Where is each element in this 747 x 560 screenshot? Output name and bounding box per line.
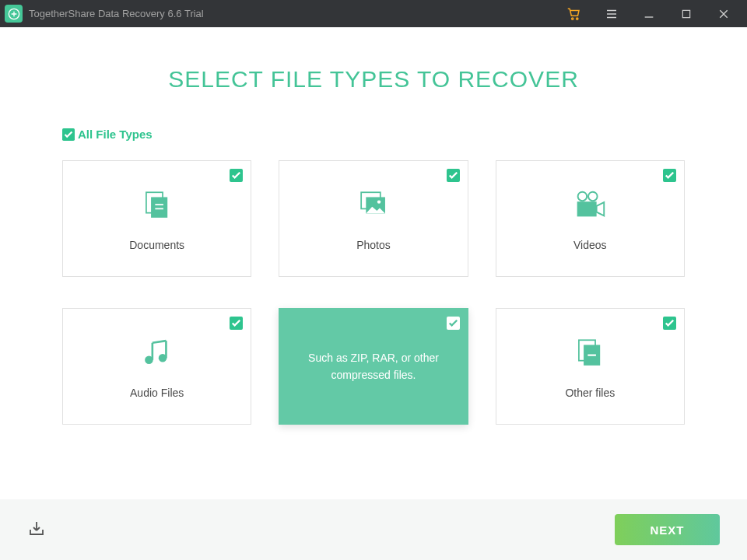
checkbox-checked-icon: [663, 169, 676, 182]
footer: NEXT: [0, 499, 747, 560]
all-file-types-checkbox[interactable]: All File Types: [62, 128, 685, 141]
checkbox-checked-icon: [230, 317, 243, 330]
svg-point-18: [158, 354, 167, 362]
all-file-types-label: All File Types: [78, 128, 153, 141]
other-icon: [570, 334, 609, 373]
card-photos[interactable]: Photos: [279, 160, 468, 277]
documents-icon: [138, 186, 177, 225]
checkbox-checked-icon: [230, 169, 243, 182]
svg-rect-15: [577, 201, 597, 216]
card-label: Videos: [573, 239, 607, 251]
checkbox-checked-icon: [663, 317, 676, 330]
audio-icon: [138, 334, 177, 373]
videos-icon: [570, 186, 609, 225]
svg-point-13: [578, 192, 587, 201]
checkbox-checked-icon: [447, 317, 460, 330]
maximize-icon[interactable]: [668, 0, 705, 27]
card-audio[interactable]: Audio Files: [62, 308, 251, 425]
svg-point-1: [572, 17, 573, 19]
checkbox-checked-icon: [62, 128, 75, 141]
card-documents[interactable]: Documents: [62, 160, 251, 277]
card-videos[interactable]: Videos: [496, 160, 685, 277]
menu-icon[interactable]: [593, 0, 630, 27]
svg-rect-3: [682, 10, 689, 17]
svg-point-2: [577, 17, 578, 19]
card-other[interactable]: Other files: [496, 308, 685, 425]
minimize-icon[interactable]: [630, 0, 668, 27]
page-title: SELECT FILE TYPES TO RECOVER: [62, 66, 685, 93]
svg-point-14: [588, 192, 598, 201]
app-logo: [5, 5, 23, 23]
close-icon[interactable]: [705, 0, 742, 27]
card-description: Such as ZIP, RAR, or other compressed fi…: [301, 349, 445, 384]
card-archives[interactable]: Such as ZIP, RAR, or other compressed fi…: [279, 308, 468, 425]
cart-icon[interactable]: [556, 0, 593, 27]
plus-circle-icon: [8, 8, 20, 20]
titlebar: TogetherShare Data Recovery 6.6 Trial: [0, 0, 747, 27]
next-button[interactable]: NEXT: [615, 514, 720, 545]
card-label: Other files: [565, 387, 615, 399]
svg-point-11: [377, 200, 381, 203]
card-label: Audio Files: [130, 387, 184, 399]
checkbox-checked-icon: [447, 169, 460, 182]
card-label: Documents: [129, 239, 184, 251]
svg-rect-7: [151, 197, 167, 217]
card-label: Photos: [356, 239, 391, 251]
download-icon[interactable]: [27, 519, 46, 541]
photos-icon: [354, 186, 393, 225]
file-type-grid: Documents Photos Videos Audio Files: [62, 160, 685, 425]
app-title: TogetherShare Data Recovery 6.6 Trial: [29, 8, 204, 19]
main-content: SELECT FILE TYPES TO RECOVER All File Ty…: [0, 27, 747, 499]
svg-point-17: [145, 356, 153, 365]
